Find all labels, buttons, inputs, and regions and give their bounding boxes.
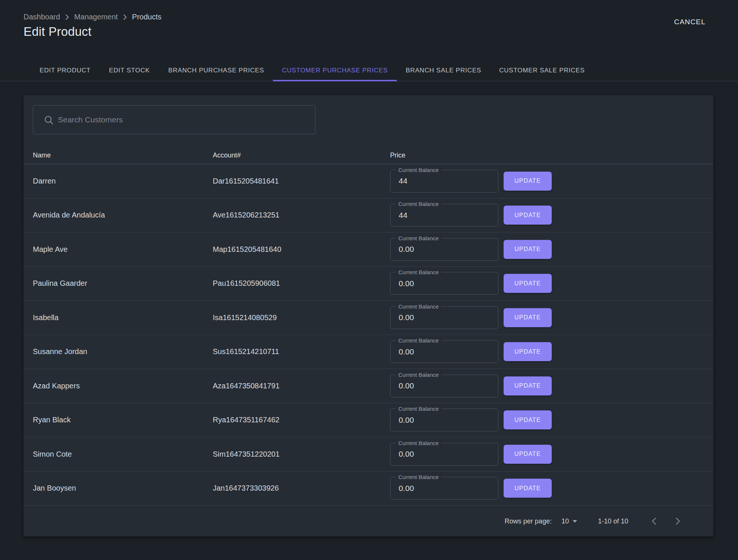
current-balance-input[interactable] bbox=[390, 238, 498, 260]
breadcrumb: Dashboard Management Products bbox=[24, 13, 162, 21]
customer-account: Ave1615206213251 bbox=[213, 211, 390, 219]
current-balance-field: Current Balance bbox=[390, 409, 498, 431]
breadcrumb-management[interactable]: Management bbox=[74, 13, 118, 21]
table-row: Darren Dar1615205481641 Current Balance … bbox=[24, 164, 713, 198]
customer-account: Rya1647351167462 bbox=[213, 416, 390, 424]
customer-name: Ryan Black bbox=[33, 416, 213, 424]
table-row: Paulina Gaarder Pau1615205906081 Current… bbox=[24, 267, 713, 301]
tab-branch-sale-prices[interactable]: BRANCH SALE PRICES bbox=[397, 60, 490, 81]
search-input[interactable] bbox=[33, 105, 315, 134]
customer-name: Avenida de Andalucía bbox=[33, 211, 213, 219]
current-balance-field: Current Balance bbox=[390, 477, 498, 500]
rows-per-page-select[interactable]: 10 bbox=[561, 517, 577, 525]
previous-page-button[interactable] bbox=[648, 513, 660, 529]
customers-table: Name Account# Price Darren Dar1615205481… bbox=[24, 147, 713, 506]
table-row: Ryan Black Rya1647351167462 Current Bala… bbox=[24, 403, 713, 438]
current-balance-input[interactable] bbox=[390, 375, 498, 397]
page-title: Edit Product bbox=[24, 25, 91, 39]
chevron-right-icon bbox=[123, 14, 127, 20]
current-balance-field: Current Balance bbox=[390, 306, 498, 329]
current-balance-input[interactable] bbox=[390, 443, 498, 465]
customer-name: Paulina Gaarder bbox=[33, 279, 213, 288]
update-button[interactable]: UPDATE bbox=[504, 342, 552, 361]
rows-per-page-value: 10 bbox=[561, 517, 569, 525]
current-balance-label: Current Balance bbox=[396, 337, 441, 344]
current-balance-input[interactable] bbox=[390, 409, 498, 431]
customer-name: Maple Ave bbox=[33, 245, 213, 254]
chevron-left-icon bbox=[651, 517, 657, 525]
current-balance-input[interactable] bbox=[390, 477, 498, 499]
current-balance-label: Current Balance bbox=[396, 440, 441, 446]
current-balance-label: Current Balance bbox=[396, 167, 441, 173]
customer-account: Sim1647351220201 bbox=[213, 450, 390, 459]
price-cell: Current Balance UPDATE bbox=[390, 238, 713, 261]
update-button[interactable]: UPDATE bbox=[504, 376, 552, 395]
column-header-price: Price bbox=[390, 151, 713, 159]
breadcrumb-dashboard[interactable]: Dashboard bbox=[24, 13, 60, 21]
current-balance-label: Current Balance bbox=[396, 201, 441, 207]
current-balance-label: Current Balance bbox=[396, 406, 441, 412]
price-cell: Current Balance UPDATE bbox=[390, 375, 713, 397]
tab-customer-sale-prices[interactable]: CUSTOMER SALE PRICES bbox=[490, 60, 594, 81]
price-cell: Current Balance UPDATE bbox=[390, 306, 713, 329]
current-balance-label: Current Balance bbox=[396, 474, 441, 480]
price-cell: Current Balance UPDATE bbox=[390, 477, 713, 500]
cancel-button[interactable]: CANCEL bbox=[671, 16, 709, 28]
table-row: Avenida de Andalucía Ave1615206213251 Cu… bbox=[24, 198, 713, 233]
current-balance-field: Current Balance bbox=[390, 170, 498, 193]
tab-edit-product[interactable]: EDIT PRODUCT bbox=[31, 60, 100, 81]
table-header: Name Account# Price bbox=[24, 147, 713, 164]
customer-name: Susanne Jordan bbox=[33, 347, 213, 356]
current-balance-field: Current Balance bbox=[390, 238, 498, 261]
rows-per-page-label: Rows per page: bbox=[505, 517, 552, 525]
current-balance-input[interactable] bbox=[390, 341, 498, 363]
current-balance-field: Current Balance bbox=[390, 204, 498, 226]
table-row: Isabella Isa1615214080529 Current Balanc… bbox=[24, 301, 713, 335]
current-balance-input[interactable] bbox=[390, 307, 498, 329]
current-balance-input[interactable] bbox=[390, 204, 498, 226]
customer-name: Jan Booysen bbox=[33, 484, 213, 492]
current-balance-field: Current Balance bbox=[390, 375, 498, 397]
price-cell: Current Balance UPDATE bbox=[390, 443, 713, 466]
update-button[interactable]: UPDATE bbox=[504, 240, 552, 259]
current-balance-label: Current Balance bbox=[396, 235, 441, 241]
current-balance-label: Current Balance bbox=[396, 269, 441, 275]
chevron-right-icon bbox=[65, 14, 69, 20]
breadcrumb-products[interactable]: Products bbox=[132, 13, 162, 21]
customer-account: Pau1615205906081 bbox=[213, 279, 390, 288]
update-button[interactable]: UPDATE bbox=[504, 410, 552, 429]
next-page-button[interactable] bbox=[672, 513, 684, 529]
table-row: Maple Ave Map1615205481640 Current Balan… bbox=[24, 232, 713, 267]
customer-account: Map1615205481640 bbox=[213, 245, 390, 254]
tab-edit-stock[interactable]: EDIT STOCK bbox=[100, 60, 159, 81]
current-balance-input[interactable] bbox=[390, 272, 498, 294]
price-cell: Current Balance UPDATE bbox=[390, 340, 713, 363]
current-balance-input[interactable] bbox=[390, 170, 498, 192]
customer-name: Azad Kappers bbox=[33, 382, 213, 390]
table-row: Simon Cote Sim1647351220201 Current Bala… bbox=[24, 437, 713, 472]
price-cell: Current Balance UPDATE bbox=[390, 409, 713, 431]
tab-customer-purchase-prices[interactable]: CUSTOMER PURCHASE PRICES bbox=[273, 60, 396, 81]
table-row: Jan Booysen Jan1647373303926 Current Bal… bbox=[24, 472, 713, 506]
current-balance-field: Current Balance bbox=[390, 272, 498, 295]
price-cell: Current Balance UPDATE bbox=[390, 170, 713, 193]
update-button[interactable]: UPDATE bbox=[504, 445, 552, 464]
customer-account: Dar1615205481641 bbox=[213, 177, 390, 185]
tab-branch-purchase-prices[interactable]: BRANCH PURCHASE PRICES bbox=[159, 60, 273, 81]
tab-bar: EDIT PRODUCT EDIT STOCK BRANCH PURCHASE … bbox=[0, 60, 738, 81]
caret-down-icon bbox=[573, 520, 577, 523]
update-button[interactable]: UPDATE bbox=[504, 274, 552, 293]
customer-name: Isabella bbox=[33, 313, 213, 322]
price-cell: Current Balance UPDATE bbox=[390, 204, 713, 226]
update-button[interactable]: UPDATE bbox=[504, 206, 552, 225]
update-button[interactable]: UPDATE bbox=[504, 172, 552, 191]
current-balance-label: Current Balance bbox=[396, 372, 441, 378]
pagination-range: 1-10 of 10 bbox=[598, 517, 628, 525]
customer-account: Aza1647350841791 bbox=[213, 382, 390, 390]
table-body: Darren Dar1615205481641 Current Balance … bbox=[24, 164, 713, 506]
customer-purchase-prices-panel: Name Account# Price Darren Dar1615205481… bbox=[24, 95, 713, 536]
update-button[interactable]: UPDATE bbox=[504, 308, 552, 327]
customer-account: Isa1615214080529 bbox=[213, 313, 390, 322]
price-cell: Current Balance UPDATE bbox=[390, 272, 713, 295]
update-button[interactable]: UPDATE bbox=[504, 479, 552, 498]
